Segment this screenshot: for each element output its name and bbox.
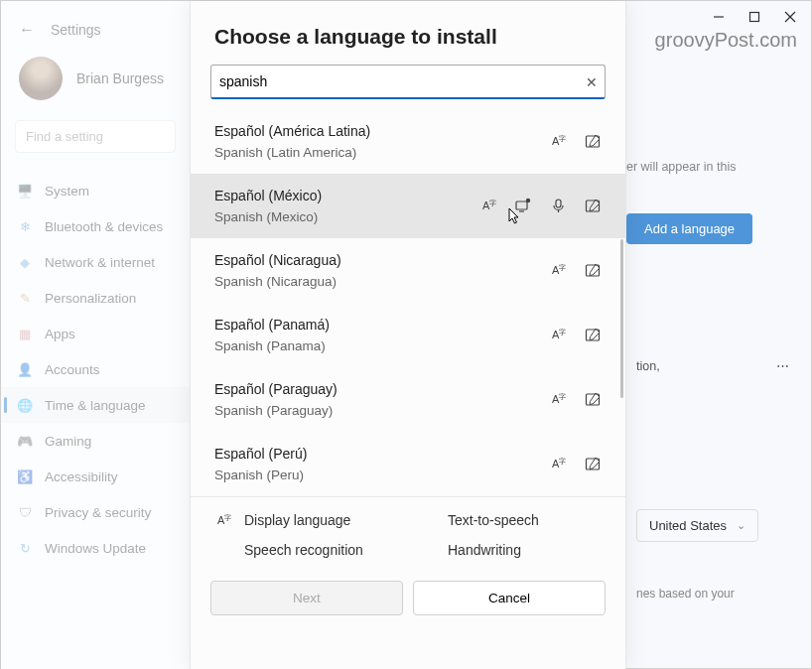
language-english: Spanish (Nicaragua): [214, 274, 482, 289]
language-english: Spanish (Panama): [214, 338, 482, 353]
chevron-down-icon: ⌄: [737, 519, 745, 532]
display-language-icon: A字: [214, 511, 232, 529]
sidebar-item-apps[interactable]: ▦Apps: [1, 316, 190, 351]
bg-region-row: United States ⌄: [636, 509, 785, 542]
back-icon: ←: [19, 21, 35, 39]
apps-icon: ▦: [17, 326, 33, 341]
svg-rect-1: [750, 13, 759, 22]
feature-icons: A字: [482, 133, 602, 150]
update-icon: ↻: [17, 540, 33, 556]
speech-icon: [214, 541, 232, 559]
sidebar-item-label: Privacy & security: [45, 505, 151, 520]
display-icon: A字: [480, 198, 497, 214]
language-native: Español (Paraguay): [214, 381, 482, 397]
sidebar-item-network[interactable]: ◆Network & internet: [1, 244, 190, 280]
scrollbar[interactable]: [620, 239, 623, 398]
next-button[interactable]: Next: [210, 581, 403, 615]
handwriting-icon: [585, 391, 602, 408]
clear-icon[interactable]: ✕: [586, 74, 598, 90]
svg-text:字: 字: [559, 264, 566, 271]
display-icon: A字: [550, 391, 567, 408]
close-button[interactable]: [783, 10, 797, 24]
sidebar-item-accessibility[interactable]: ♿Accessibility: [1, 459, 190, 494]
sidebar-item-label: Accessibility: [45, 469, 118, 484]
user-row[interactable]: Brian Burgess: [1, 39, 190, 114]
tts-icon: [418, 511, 436, 529]
svg-rect-9: [516, 201, 527, 209]
bg-content: er will appear in this Add a language: [626, 160, 793, 244]
sidebar-item-accounts[interactable]: 👤Accounts: [1, 351, 190, 387]
language-search: ✕: [210, 65, 606, 99]
network-icon: ◆: [17, 254, 33, 270]
cancel-button[interactable]: Cancel: [413, 581, 606, 615]
language-english: Spanish (Paraguay): [214, 403, 482, 418]
display-icon: A字: [550, 327, 567, 343]
sidebar-item-time-language[interactable]: 🌐Time & language: [1, 387, 190, 423]
handwriting-icon: [585, 327, 602, 343]
sidebar-item-label: System: [45, 184, 89, 199]
more-icon[interactable]: ⋯: [776, 358, 791, 373]
language-option[interactable]: Español (Panamá)Spanish (Panama)A字: [191, 303, 625, 367]
language-native: Español (México): [214, 188, 482, 203]
language-english: Spanish (Latin America): [214, 145, 482, 160]
region-select[interactable]: United States ⌄: [636, 509, 758, 542]
language-option[interactable]: Español (Perú)Spanish (Peru)A字: [191, 432, 625, 496]
bg-hint2: nes based on your: [636, 587, 791, 601]
handwriting-icon: [585, 198, 602, 214]
system-icon: 🖥️: [17, 183, 33, 199]
bluetooth-icon: ❄: [17, 218, 33, 234]
maximize-button[interactable]: [747, 10, 761, 24]
sidebar-item-label: Time & language: [45, 398, 146, 413]
back-row[interactable]: ← Settings: [1, 21, 190, 39]
accessibility-icon: ♿: [17, 468, 33, 484]
language-option[interactable]: Español (Nicaragua)Spanish (Nicaragua)A字: [191, 238, 625, 303]
nav-list: 🖥️System❄Bluetooth & devices◆Network & i…: [1, 167, 190, 572]
language-native: Español (Panamá): [214, 317, 482, 333]
display-icon: A字: [550, 262, 567, 279]
find-setting-input[interactable]: Find a setting: [15, 120, 176, 153]
tts-icon: [515, 198, 532, 214]
feature-icons: A字: [482, 262, 602, 279]
sidebar-item-gaming[interactable]: 🎮Gaming: [1, 423, 190, 459]
sidebar: ← Settings Brian Burgess Find a setting …: [1, 1, 190, 669]
sidebar-item-personalization[interactable]: ✎Personalization: [1, 280, 190, 316]
svg-text:字: 字: [559, 135, 566, 142]
sidebar-item-label: Personalization: [45, 291, 136, 306]
legend-display: A字Display language: [214, 511, 398, 529]
sidebar-item-bluetooth[interactable]: ❄Bluetooth & devices: [1, 208, 190, 244]
feature-icons: A字: [482, 456, 602, 472]
time-language-icon: 🌐: [17, 397, 33, 413]
minimize-button[interactable]: [712, 10, 726, 24]
settings-window: ← Settings Brian Burgess Find a setting …: [0, 0, 812, 669]
language-native: Español (Perú): [214, 446, 482, 462]
feature-icons: A字: [482, 327, 602, 343]
settings-title: Settings: [51, 22, 101, 38]
accounts-icon: 👤: [17, 361, 33, 377]
language-search-input[interactable]: [210, 65, 606, 99]
sidebar-item-update[interactable]: ↻Windows Update: [1, 530, 190, 566]
install-language-dialog: Choose a language to install ✕ Español (…: [190, 1, 626, 669]
svg-text:字: 字: [224, 514, 231, 521]
feature-icons: A字: [482, 391, 602, 408]
dialog-buttons: Next Cancel: [191, 567, 625, 637]
bg-hint: er will appear in this: [626, 160, 793, 174]
language-option[interactable]: Español (México)Spanish (Mexico)A字: [191, 174, 625, 238]
sidebar-item-system[interactable]: 🖥️System: [1, 173, 190, 208]
language-english: Spanish (Mexico): [214, 209, 482, 224]
watermark: groovyPost.com: [655, 29, 797, 52]
sidebar-item-label: Windows Update: [45, 541, 146, 556]
add-language-button[interactable]: Add a language: [626, 213, 752, 244]
display-icon: A字: [550, 133, 567, 150]
language-native: Español (América Latina): [214, 123, 482, 139]
display-icon: A字: [550, 456, 567, 472]
legend-speech: Speech recognition: [214, 541, 398, 559]
sidebar-item-label: Accounts: [45, 362, 100, 377]
handwriting-icon: [585, 262, 602, 279]
avatar: [19, 57, 63, 100]
sidebar-item-privacy[interactable]: 🛡Privacy & security: [1, 494, 190, 530]
language-option[interactable]: Español (América Latina)Spanish (Latin A…: [191, 109, 625, 174]
sidebar-item-label: Apps: [45, 327, 75, 341]
language-option[interactable]: Español (Paraguay)Spanish (Paraguay)A字: [191, 367, 625, 432]
feature-legend: A字Display language Text-to-speech Speech…: [191, 496, 625, 567]
privacy-icon: 🛡: [17, 504, 33, 520]
